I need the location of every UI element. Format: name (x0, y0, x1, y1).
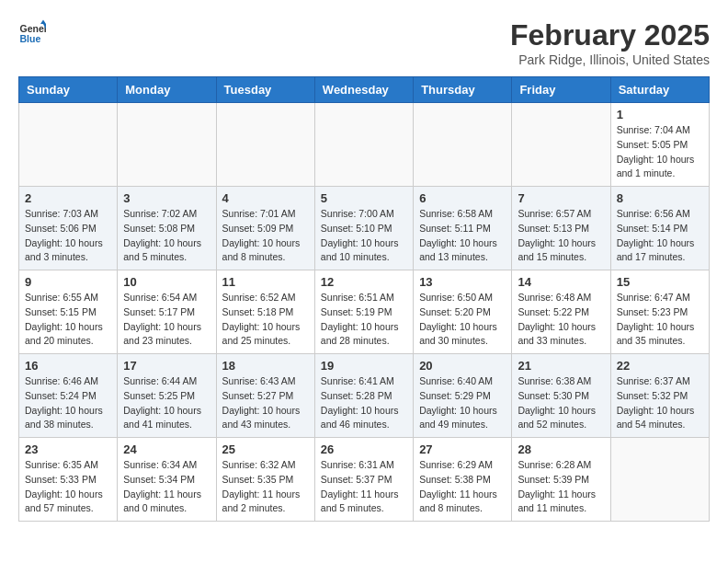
calendar-day-cell: 8Sunrise: 6:56 AMSunset: 5:14 PMDaylight… (610, 187, 709, 270)
day-number: 26 (321, 442, 407, 456)
day-number: 22 (617, 359, 703, 373)
calendar-day-cell: 22Sunrise: 6:37 AMSunset: 5:32 PMDayligh… (610, 354, 709, 438)
day-number: 21 (518, 359, 604, 373)
day-number: 16 (25, 359, 111, 373)
calendar-day-cell: 26Sunrise: 6:31 AMSunset: 5:37 PMDayligh… (314, 438, 413, 522)
day-info: Sunrise: 6:32 AMSunset: 5:35 PMDaylight:… (222, 458, 309, 516)
header: General Blue February 2025 Park Ridge, I… (18, 18, 710, 67)
calendar-day-cell: 5Sunrise: 7:00 AMSunset: 5:10 PMDaylight… (314, 187, 413, 270)
calendar-day-cell: 14Sunrise: 6:48 AMSunset: 5:22 PMDayligh… (512, 270, 610, 354)
day-number: 1 (617, 108, 703, 121)
logo-icon: General Blue (18, 18, 46, 46)
calendar-day-cell: 15Sunrise: 6:47 AMSunset: 5:23 PMDayligh… (610, 270, 709, 354)
day-info: Sunrise: 6:34 AMSunset: 5:34 PMDaylight:… (123, 458, 210, 516)
day-info: Sunrise: 6:43 AMSunset: 5:27 PMDaylight:… (222, 374, 309, 432)
day-number: 10 (123, 275, 210, 289)
day-info: Sunrise: 6:54 AMSunset: 5:17 PMDaylight:… (123, 291, 210, 349)
calendar-day-cell (610, 438, 709, 522)
day-number: 28 (518, 442, 604, 456)
calendar-week-row: 1Sunrise: 7:04 AMSunset: 5:05 PMDaylight… (19, 103, 710, 187)
calendar-week-row: 16Sunrise: 6:46 AMSunset: 5:24 PMDayligh… (19, 354, 710, 438)
day-number: 20 (419, 359, 506, 373)
day-number: 3 (123, 191, 210, 205)
calendar-table: SundayMondayTuesdayWednesdayThursdayFrid… (18, 76, 710, 522)
calendar-day-cell: 21Sunrise: 6:38 AMSunset: 5:30 PMDayligh… (512, 354, 610, 438)
day-number: 23 (25, 442, 111, 456)
title-area: February 2025 Park Ridge, Illinois, Unit… (510, 18, 710, 67)
day-info: Sunrise: 6:44 AMSunset: 5:25 PMDaylight:… (123, 374, 210, 432)
calendar-day-cell: 24Sunrise: 6:34 AMSunset: 5:34 PMDayligh… (118, 438, 216, 522)
day-info: Sunrise: 6:56 AMSunset: 5:14 PMDaylight:… (617, 207, 703, 265)
day-number: 12 (321, 275, 407, 289)
day-info: Sunrise: 6:46 AMSunset: 5:24 PMDaylight:… (25, 374, 111, 432)
day-info: Sunrise: 6:57 AMSunset: 5:13 PMDaylight:… (518, 207, 604, 265)
day-number: 25 (222, 442, 309, 456)
day-number: 19 (321, 359, 407, 373)
calendar-header-thursday: Thursday (414, 77, 512, 103)
calendar-header-row: SundayMondayTuesdayWednesdayThursdayFrid… (19, 77, 710, 103)
day-info: Sunrise: 7:02 AMSunset: 5:08 PMDaylight:… (123, 207, 210, 265)
day-info: Sunrise: 7:03 AMSunset: 5:06 PMDaylight:… (25, 207, 111, 265)
svg-marker-2 (40, 20, 46, 25)
calendar-header-wednesday: Wednesday (314, 77, 413, 103)
day-number: 27 (419, 442, 506, 456)
svg-text:Blue: Blue (20, 33, 41, 44)
day-number: 11 (222, 275, 309, 289)
day-info: Sunrise: 6:29 AMSunset: 5:38 PMDaylight:… (419, 458, 506, 516)
day-info: Sunrise: 6:47 AMSunset: 5:23 PMDaylight:… (617, 291, 703, 349)
calendar-header-sunday: Sunday (19, 77, 118, 103)
calendar-week-row: 9Sunrise: 6:55 AMSunset: 5:15 PMDaylight… (19, 270, 710, 354)
day-number: 7 (518, 191, 604, 205)
calendar-day-cell: 3Sunrise: 7:02 AMSunset: 5:08 PMDaylight… (118, 187, 216, 270)
day-number: 15 (617, 275, 703, 289)
day-number: 24 (123, 442, 210, 456)
day-info: Sunrise: 7:04 AMSunset: 5:05 PMDaylight:… (617, 123, 703, 181)
calendar-header-tuesday: Tuesday (216, 77, 314, 103)
calendar-day-cell: 18Sunrise: 6:43 AMSunset: 5:27 PMDayligh… (216, 354, 314, 438)
day-number: 17 (123, 359, 210, 373)
day-info: Sunrise: 6:38 AMSunset: 5:30 PMDaylight:… (518, 374, 604, 432)
calendar-day-cell: 17Sunrise: 6:44 AMSunset: 5:25 PMDayligh… (118, 354, 216, 438)
day-info: Sunrise: 6:58 AMSunset: 5:11 PMDaylight:… (419, 207, 506, 265)
month-year-title: February 2025 (510, 18, 710, 52)
calendar-day-cell: 28Sunrise: 6:28 AMSunset: 5:39 PMDayligh… (512, 438, 610, 522)
calendar-day-cell: 13Sunrise: 6:50 AMSunset: 5:20 PMDayligh… (414, 270, 512, 354)
day-info: Sunrise: 6:28 AMSunset: 5:39 PMDaylight:… (518, 458, 604, 516)
calendar-day-cell (216, 103, 314, 187)
calendar-day-cell: 23Sunrise: 6:35 AMSunset: 5:33 PMDayligh… (19, 438, 118, 522)
day-number: 2 (25, 191, 111, 205)
calendar-day-cell: 9Sunrise: 6:55 AMSunset: 5:15 PMDaylight… (19, 270, 118, 354)
calendar-week-row: 23Sunrise: 6:35 AMSunset: 5:33 PMDayligh… (19, 438, 710, 522)
day-info: Sunrise: 6:40 AMSunset: 5:29 PMDaylight:… (419, 374, 506, 432)
day-number: 14 (518, 275, 604, 289)
day-info: Sunrise: 6:35 AMSunset: 5:33 PMDaylight:… (25, 458, 111, 516)
day-info: Sunrise: 6:50 AMSunset: 5:20 PMDaylight:… (419, 291, 506, 349)
day-info: Sunrise: 7:00 AMSunset: 5:10 PMDaylight:… (321, 207, 407, 265)
day-info: Sunrise: 7:01 AMSunset: 5:09 PMDaylight:… (222, 207, 309, 265)
day-number: 6 (419, 191, 506, 205)
day-info: Sunrise: 6:37 AMSunset: 5:32 PMDaylight:… (617, 374, 703, 432)
day-number: 9 (25, 275, 111, 289)
day-number: 5 (321, 191, 407, 205)
calendar-day-cell: 2Sunrise: 7:03 AMSunset: 5:06 PMDaylight… (19, 187, 118, 270)
calendar-week-row: 2Sunrise: 7:03 AMSunset: 5:06 PMDaylight… (19, 187, 710, 270)
calendar-day-cell: 10Sunrise: 6:54 AMSunset: 5:17 PMDayligh… (118, 270, 216, 354)
day-number: 18 (222, 359, 309, 373)
calendar-day-cell: 11Sunrise: 6:52 AMSunset: 5:18 PMDayligh… (216, 270, 314, 354)
day-info: Sunrise: 6:48 AMSunset: 5:22 PMDaylight:… (518, 291, 604, 349)
logo: General Blue (18, 18, 46, 46)
calendar-day-cell: 6Sunrise: 6:58 AMSunset: 5:11 PMDaylight… (414, 187, 512, 270)
day-info: Sunrise: 6:41 AMSunset: 5:28 PMDaylight:… (321, 374, 407, 432)
calendar-day-cell (314, 103, 413, 187)
calendar-day-cell (118, 103, 216, 187)
day-info: Sunrise: 6:51 AMSunset: 5:19 PMDaylight:… (321, 291, 407, 349)
day-number: 4 (222, 191, 309, 205)
day-info: Sunrise: 6:31 AMSunset: 5:37 PMDaylight:… (321, 458, 407, 516)
calendar-day-cell: 19Sunrise: 6:41 AMSunset: 5:28 PMDayligh… (314, 354, 413, 438)
calendar-day-cell: 4Sunrise: 7:01 AMSunset: 5:09 PMDaylight… (216, 187, 314, 270)
day-info: Sunrise: 6:52 AMSunset: 5:18 PMDaylight:… (222, 291, 309, 349)
day-number: 13 (419, 275, 506, 289)
calendar-day-cell: 25Sunrise: 6:32 AMSunset: 5:35 PMDayligh… (216, 438, 314, 522)
location-subtitle: Park Ridge, Illinois, United States (510, 52, 710, 67)
calendar-day-cell: 7Sunrise: 6:57 AMSunset: 5:13 PMDaylight… (512, 187, 610, 270)
